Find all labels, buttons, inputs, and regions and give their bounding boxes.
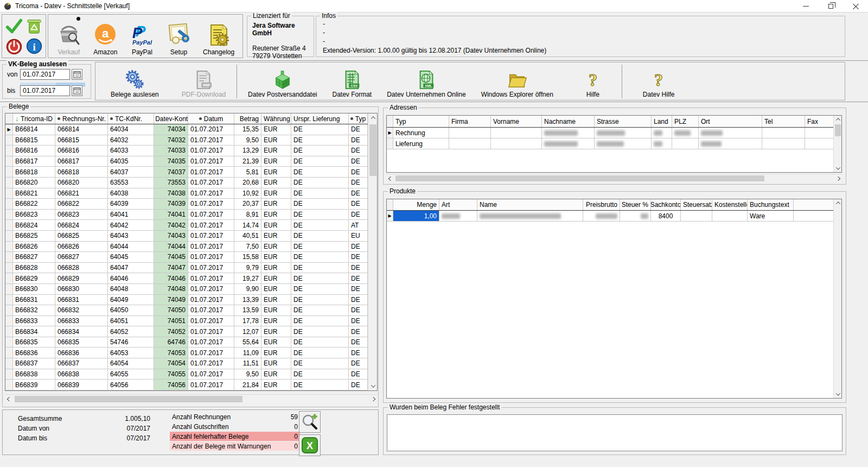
table-cell[interactable]: Ware (748, 211, 794, 221)
table-cell[interactable]: 64041 (108, 210, 154, 220)
table-cell[interactable]: 21,39 (234, 156, 261, 167)
table-cell[interactable]: B66825 (13, 231, 55, 241)
table-cell[interactable]: 73553 (154, 178, 188, 188)
table-cell[interactable]: 21,84 (234, 380, 261, 390)
table-cell[interactable]: 19,27 (234, 273, 261, 283)
adressen-horizontal-scrollbar[interactable] (386, 174, 842, 182)
table-cell[interactable]: 74046 (154, 273, 188, 283)
table-cell[interactable]: 11,51 (234, 358, 261, 369)
table-cell[interactable]: B66833 (13, 316, 55, 326)
table-cell[interactable]: EUR (261, 358, 291, 369)
windows-explorer-button[interactable]: Windows Explorer öffnen (474, 65, 561, 98)
column-header-plz[interactable]: PLZ (672, 116, 699, 127)
adressen-vertical-scrollbar[interactable] (833, 116, 841, 172)
module-setup-button[interactable]: Setup (167, 17, 192, 56)
table-cell[interactable]: 01.07.2017 (188, 273, 234, 283)
table-cell[interactable]: 15,35 (234, 124, 261, 135)
row-selector[interactable] (5, 348, 13, 358)
table-cell[interactable]: 066818 (55, 167, 108, 177)
table-cell[interactable]: EUR (261, 295, 291, 305)
table-cell[interactable]: DE (349, 188, 368, 199)
zoom-plus-button[interactable] (299, 411, 321, 433)
table-cell[interactable]: B66815 (13, 135, 55, 146)
table-cell[interactable]: Lieferung (393, 138, 449, 149)
table-cell[interactable]: 74034 (154, 124, 188, 135)
table-cell[interactable]: DE (349, 337, 368, 348)
table-cell[interactable]: EUR (261, 167, 291, 177)
table-cell[interactable]: 64047 (108, 263, 154, 273)
column-header-kostenstelle-1[interactable]: Kostenstelle 1 (712, 199, 748, 210)
table-cell[interactable] (712, 211, 748, 221)
scroll-left-arrow[interactable] (5, 395, 14, 403)
table-cell[interactable]: DE (291, 284, 349, 294)
row-selector[interactable] (5, 358, 13, 369)
table-cell[interactable] (699, 128, 762, 138)
row-selector[interactable] (387, 138, 393, 149)
column-header-strasse[interactable]: Strasse (595, 116, 652, 127)
table-cell[interactable]: 9,50 (234, 135, 261, 146)
table-cell[interactable]: 64037 (108, 167, 154, 177)
column-header-buchungstext[interactable]: Buchungstext (748, 199, 794, 210)
table-cell[interactable]: 74041 (154, 210, 188, 220)
row-selector[interactable] (5, 295, 13, 305)
table-cell[interactable]: 066829 (55, 273, 108, 283)
row-selector[interactable] (5, 273, 13, 283)
table-cell[interactable]: 1,00 (393, 211, 439, 221)
table-cell[interactable]: 74056 (154, 380, 188, 390)
table-row[interactable]: B66816066816640337403301.07.201713,29EUR… (5, 146, 377, 156)
table-cell[interactable]: B66836 (13, 348, 55, 358)
table-cell[interactable]: DE (291, 348, 349, 358)
table-cell[interactable]: DE (291, 146, 349, 156)
table-cell[interactable] (583, 211, 620, 221)
table-row[interactable]: B66837066837640547405401.07.201711,51EUR… (5, 358, 377, 369)
scroll-up-arrow[interactable] (834, 199, 842, 207)
bis-date-input[interactable] (20, 85, 70, 96)
column-header-typ[interactable]: Typ (349, 113, 368, 124)
row-selector[interactable] (5, 220, 13, 230)
table-cell[interactable]: 64033 (108, 146, 154, 156)
table-cell[interactable]: 13,59 (234, 305, 261, 315)
table-cell[interactable]: 01.07.2017 (188, 295, 234, 305)
pdf-download-button[interactable]: PDF PDF-Download (174, 65, 233, 98)
table-row[interactable]: B66836066836640537405301.07.201711,09EUR… (5, 348, 377, 358)
table-cell[interactable]: 64050 (108, 305, 154, 315)
table-cell[interactable]: 74048 (154, 284, 188, 294)
module-changelog-button[interactable]: Changelog (203, 17, 234, 56)
table-cell[interactable]: DE (349, 358, 368, 369)
table-cell[interactable] (805, 128, 834, 138)
table-row[interactable]: B66818066818640377403701.07.20175,81EURD… (5, 167, 377, 178)
table-cell[interactable]: EUR (261, 273, 291, 283)
column-header-fax[interactable]: Fax (805, 116, 834, 127)
table-cell[interactable]: 01.07.2017 (188, 146, 234, 156)
table-cell[interactable]: DE (291, 295, 349, 305)
table-cell[interactable]: B66834 (13, 326, 55, 337)
table-row[interactable]: B66821066821640387403801.07.201710,92EUR… (5, 188, 377, 199)
table-cell[interactable]: B66828 (13, 263, 55, 273)
table-row[interactable]: B66833066833640517405101.07.201717,78EUR… (5, 316, 377, 327)
table-cell[interactable] (681, 211, 712, 221)
table-cell[interactable]: 9,79 (234, 263, 261, 273)
row-selector[interactable] (5, 263, 13, 273)
table-row[interactable]: B66817066817640357403501.07.201721,39EUR… (5, 156, 377, 167)
table-cell[interactable]: 64048 (108, 284, 154, 294)
table-row[interactable]: B66829066829640467404601.07.201719,27EUR… (5, 273, 377, 284)
column-header-typ[interactable]: Typ (393, 116, 449, 127)
column-header-steuer[interactable]: Steuer % (620, 199, 651, 210)
table-cell[interactable]: 64056 (108, 380, 154, 390)
table-cell[interactable]: 066824 (55, 220, 108, 230)
table-cell[interactable]: EUR (261, 263, 291, 273)
table-cell[interactable]: EUR (261, 252, 291, 262)
row-selector[interactable] (5, 326, 13, 337)
table-cell[interactable]: DE (291, 231, 349, 241)
table-cell[interactable]: EUR (261, 178, 291, 188)
table-cell[interactable]: 01.07.2017 (188, 348, 234, 358)
table-cell[interactable]: B66837 (13, 358, 55, 369)
table-cell[interactable]: DE (291, 167, 349, 177)
table-cell[interactable]: 74033 (154, 146, 188, 156)
column-header-steuersatz[interactable]: Steuersatz (681, 199, 712, 210)
von-date-input[interactable] (20, 69, 70, 80)
table-cell[interactable]: 7,50 (234, 242, 261, 252)
hilfe-button[interactable]: ? Hilfe (575, 65, 611, 98)
table-cell[interactable] (652, 138, 672, 149)
table-cell[interactable]: 10,92 (234, 188, 261, 199)
